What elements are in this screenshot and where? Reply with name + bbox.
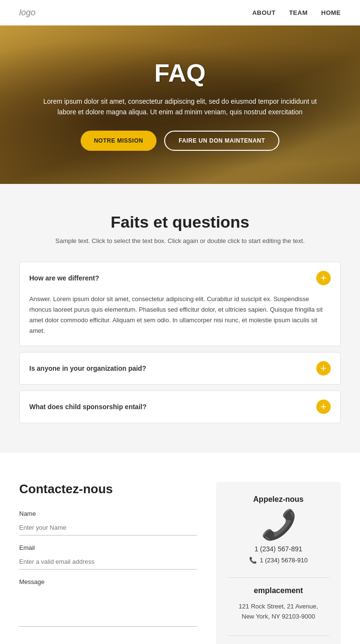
name-form-group: Name — [19, 510, 197, 535]
faire-don-button[interactable]: FAIRE UN DON MAINTENANT — [164, 131, 279, 151]
faq-section: Faits et questions Sample text. Click to… — [0, 184, 360, 453]
message-textarea[interactable] — [19, 588, 197, 627]
divider-2 — [228, 635, 329, 636]
message-form-group: Message — [19, 578, 197, 629]
faq-toggle-2[interactable]: + — [316, 361, 331, 376]
faq-question-text-2: Is anyone in your organization paid? — [29, 365, 146, 372]
faq-question-text-1: How are we different? — [29, 274, 99, 282]
faq-question-3[interactable]: What does child sponsorship entail? + — [20, 391, 340, 423]
address-text: 121 Rock Street, 21 Avenue,New York, NY … — [228, 602, 329, 622]
nav-home[interactable]: HOME — [321, 9, 341, 16]
faq-subtitle: Sample text. Click to select the text bo… — [19, 237, 341, 244]
faq-question-2[interactable]: Is anyone in your organization paid? + — [20, 352, 340, 384]
call-section: Appelez-nous 📞 1 (234) 567-891 📞 1 (234)… — [228, 495, 329, 564]
call-title: Appelez-nous — [228, 495, 329, 504]
faq-item-2: Is anyone in your organization paid? + — [19, 352, 341, 385]
email-label: Email — [19, 544, 197, 551]
hero-content: FAQ Lorem ipsum dolor sit amet, consecte… — [0, 59, 360, 151]
contact-title: Contactez-nous — [19, 482, 197, 497]
location-section: emplacement 121 Rock Street, 21 Avenue,N… — [228, 586, 329, 622]
location-title: emplacement — [228, 586, 329, 595]
divider-1 — [228, 577, 329, 578]
faq-toggle-3[interactable]: + — [316, 400, 331, 414]
nav-links: ABOUT TEAM HOME — [252, 9, 341, 16]
message-label: Message — [19, 578, 197, 585]
hero-subtitle: Lorem ipsum dolor sit amet, consectetur … — [38, 96, 322, 118]
hero-title: FAQ — [38, 59, 322, 87]
navbar: logo ABOUT TEAM HOME — [0, 0, 360, 25]
notre-mission-button[interactable]: NOTRE MISSION — [81, 131, 157, 151]
phone-icon-large: 📞 — [228, 510, 329, 539]
contact-info-col: Appelez-nous 📞 1 (234) 567-891 📞 1 (234)… — [216, 482, 341, 644]
faq-toggle-1[interactable]: + — [316, 271, 331, 285]
phone-row-2: 📞 1 (234) 5678-910 — [228, 557, 329, 564]
email-form-group: Email — [19, 544, 197, 570]
name-input[interactable] — [19, 520, 197, 535]
phone-number-1: 1 (234) 567-891 — [228, 545, 329, 553]
faq-item-1: How are we different? + Answer. Lorem ip… — [19, 262, 341, 346]
contact-section: Contactez-nous Name Email Message SOUMET… — [0, 453, 360, 644]
faq-title: Faits et questions — [19, 213, 341, 231]
faq-question-text-3: What does child sponsorship entail? — [29, 403, 146, 411]
nav-about[interactable]: ABOUT — [252, 9, 276, 16]
hero-section: FAQ Lorem ipsum dolor sit amet, consecte… — [0, 25, 360, 184]
hero-buttons: NOTRE MISSION FAIRE UN DON MAINTENANT — [38, 131, 322, 151]
phone-icon-small: 📞 — [249, 557, 257, 564]
logo: logo — [19, 8, 36, 18]
nav-team[interactable]: TEAM — [289, 9, 308, 16]
faq-item-3: What does child sponsorship entail? + — [19, 390, 341, 423]
phone-number-2: 1 (234) 5678-910 — [260, 557, 308, 564]
faq-question-1[interactable]: How are we different? + — [20, 262, 340, 294]
contact-form-col: Contactez-nous Name Email Message SOUMET… — [19, 482, 197, 644]
name-label: Name — [19, 510, 197, 517]
faq-answer-1: Answer. Lorem ipsum dolor sit amet, cons… — [20, 294, 340, 346]
email-input[interactable] — [19, 554, 197, 570]
